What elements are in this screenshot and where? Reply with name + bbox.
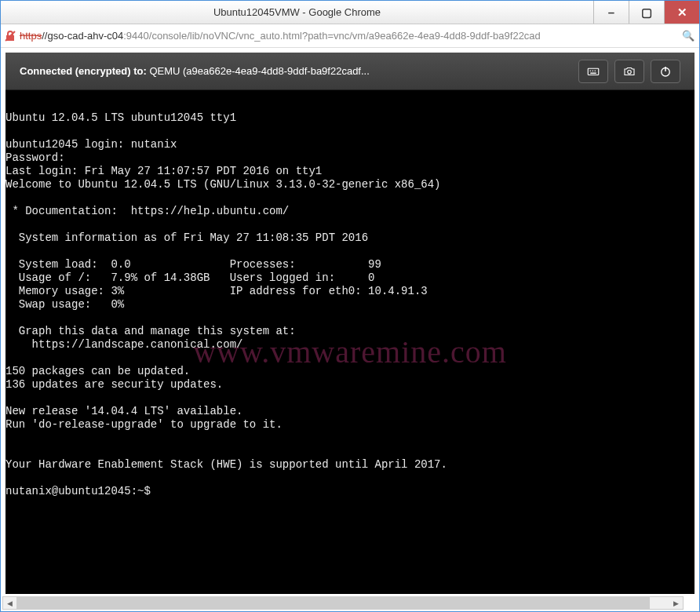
send-keys-button[interactable] <box>578 60 608 83</box>
scroll-right-button[interactable]: ▶ <box>669 597 683 609</box>
keyboard-icon <box>586 64 600 78</box>
ssl-warning-icon <box>4 30 16 42</box>
vnc-status-prefix: Connected (encrypted) to: <box>20 65 149 77</box>
vnc-toolbar: Connected (encrypted) to: QEMU (a9ea662e… <box>5 53 695 90</box>
close-button[interactable]: ✕ <box>664 1 699 24</box>
power-button[interactable] <box>651 60 680 83</box>
svg-rect-5 <box>590 72 596 74</box>
window-buttons: – ▢ ✕ <box>593 1 699 24</box>
vnc-frame: Connected (encrypted) to: QEMU (a9ea662e… <box>5 53 695 594</box>
svg-rect-1 <box>588 68 599 75</box>
address-bar[interactable]: https//gso-cad-ahv-c04:9440/console/lib/… <box>1 24 699 48</box>
power-icon <box>658 64 673 78</box>
terminal-text: Ubuntu 12.04.5 LTS ubuntu12045 tty1 ubun… <box>5 98 695 498</box>
url-port: :9440 <box>123 30 149 42</box>
svg-point-3 <box>592 70 594 71</box>
url-path: /console/lib/noVNC/vnc_auto.html?path=vn… <box>149 30 541 42</box>
minimize-button[interactable]: – <box>593 1 629 24</box>
url-protocol: https <box>20 30 42 42</box>
scroll-left-button[interactable]: ◀ <box>3 597 16 609</box>
svg-point-6 <box>628 70 632 74</box>
url-text[interactable]: https//gso-cad-ahv-c04:9440/console/lib/… <box>20 30 677 42</box>
vnc-status: Connected (encrypted) to: QEMU (a9ea662e… <box>20 65 578 77</box>
window-titlebar[interactable]: Ubuntu12045VMW - Google Chrome – ▢ ✕ <box>1 1 699 24</box>
svg-point-4 <box>595 70 596 71</box>
screenshot-button[interactable] <box>614 60 644 83</box>
horizontal-scrollbar[interactable]: ◀ ▶ <box>2 596 684 610</box>
camera-icon <box>622 64 636 78</box>
vnc-buttons <box>578 60 680 83</box>
svg-point-2 <box>590 70 592 71</box>
window-title: Ubuntu12045VMW - Google Chrome <box>1 6 593 18</box>
terminal-output[interactable]: Ubuntu 12.04.5 LTS ubuntu12045 tty1 ubun… <box>5 90 695 594</box>
scroll-track[interactable] <box>16 597 669 609</box>
scroll-thumb[interactable] <box>16 597 650 609</box>
vnc-status-target: QEMU (a9ea662e-4ea9-4dd8-9ddf-ba9f22cadf… <box>149 65 369 77</box>
zoom-icon[interactable]: 🔍 <box>680 30 696 42</box>
browser-window: Ubuntu12045VMW - Google Chrome – ▢ ✕ htt… <box>0 0 700 612</box>
url-host: //gso-cad-ahv-c04 <box>42 30 123 42</box>
content-area: Connected (encrypted) to: QEMU (a9ea662e… <box>1 48 699 611</box>
maximize-button[interactable]: ▢ <box>629 1 664 24</box>
